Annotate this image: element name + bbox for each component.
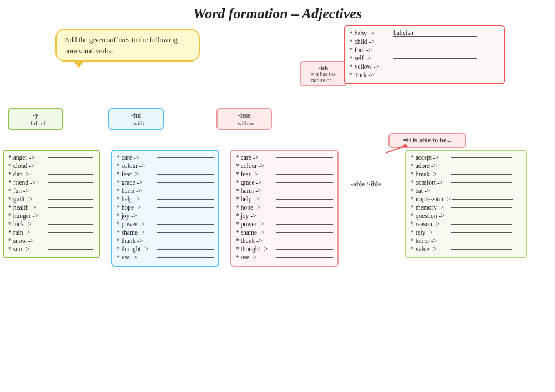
list-item: * self -> [350,55,500,62]
page: Word formation – Adjectives Add the give… [0,0,555,392]
y-word-list: * anger ->* cloud ->* dirt ->* friend ->… [3,150,100,258]
y-items-container: * anger ->* cloud ->* dirt ->* friend ->… [8,154,94,252]
list-item: * reason -> [411,221,522,227]
list-item: * question -> [411,212,522,219]
list-item: * shame -> [236,229,333,236]
list-item: * harm -> [236,187,333,194]
list-item: * grace -> [236,179,333,186]
list-item: * hunger -> [8,212,94,219]
able-ible-label: -able /-ible [351,180,381,189]
list-item: * power -> [236,221,333,227]
list-item: * thought -> [117,246,214,252]
list-item: * luck -> [8,221,94,227]
list-item: * help -> [117,196,214,202]
list-item: * thank -> [236,237,333,244]
list-item: * friend -> [8,179,94,186]
less-items-container: * care ->* colour ->* fear ->* grace ->*… [236,154,333,261]
list-item: * rely -> [411,229,522,236]
list-item: * power -> [117,221,214,227]
list-item: * comfort -> [411,179,522,186]
list-item: * harm -> [117,187,214,194]
list-item: * rain -> [8,229,94,236]
list-item: * hope -> [117,204,214,211]
list-item: * fear -> [236,171,333,177]
list-item: * grace -> [117,179,214,186]
suffix-less-box: -less = without [216,108,272,130]
list-item: * guilt -> [8,196,94,202]
able-word-list: * accept ->* adore ->* break ->* comfort… [405,150,527,258]
list-item: * eat -> [411,187,522,194]
list-item: * joy -> [236,212,333,219]
list-item: * accept -> [411,154,522,161]
list-item: * joy -> [117,212,214,219]
less-word-list: * care ->* colour ->* fear ->* grace ->*… [230,150,339,267]
list-item: * hope -> [236,204,333,211]
list-item: * fear -> [117,171,214,177]
svg-line-0 [386,146,405,153]
suffix-y-box: -y = full of [8,108,63,130]
list-item: * Turk -> [350,72,500,78]
ful-items-container: * care ->* colour ->* fear ->* grace ->*… [117,154,214,261]
ish-items-container: * baby ->babyish* child ->* fool ->* sel… [350,29,500,78]
list-item: * use -> [117,254,214,261]
instruction-bubble: Add the given suffixes to the following … [56,29,200,62]
list-item: * thank -> [117,237,214,244]
list-item: * colour -> [236,162,333,169]
able-items-container: * accept ->* adore ->* break ->* comfort… [411,154,522,252]
list-item: * dirt -> [8,171,94,177]
ful-word-list: * care ->* colour ->* fear ->* grace ->*… [111,150,219,267]
list-item: * care -> [236,154,333,161]
list-item: * adore -> [411,162,522,169]
page-title: Word formation – Adjectives [6,6,549,22]
list-item: * use -> [236,254,333,261]
list-item: * baby ->babyish [350,29,500,37]
list-item: * break -> [411,171,522,177]
list-item: * cloud -> [8,162,94,169]
list-item: * snow -> [8,237,94,244]
list-item: * fool -> [350,47,500,53]
list-item: * care -> [117,154,214,161]
list-item: * child -> [350,38,500,45]
list-item: * anger -> [8,154,94,161]
list-item: * fun -> [8,187,94,194]
list-item: * impression -> [411,196,522,202]
svg-marker-1 [402,143,408,147]
ish-word-list: * baby ->babyish* child ->* fool ->* sel… [344,25,505,84]
suffix-ful-box: -ful = with [108,108,164,130]
suffix-ish-box: -ish = it has the nature of... [300,61,347,86]
list-item: * value -> [411,246,522,252]
list-item: * health -> [8,204,94,211]
list-item: * thought -> [236,246,333,252]
list-item: * memory -> [411,204,522,211]
list-item: * yellow -> [350,63,500,70]
list-item: * colour -> [117,162,214,169]
list-item: * terror -> [411,237,522,244]
able-arrow-icon [386,143,408,154]
instruction-text: Add the given suffixes to the following … [64,35,178,55]
list-item: * shame -> [117,229,214,236]
list-item: * help -> [236,196,333,202]
list-item: * sun -> [8,246,94,252]
